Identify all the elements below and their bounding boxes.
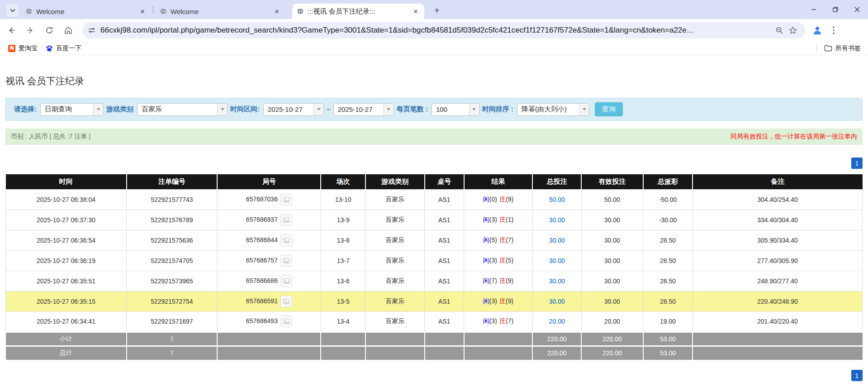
total-bet-link[interactable]: 20.00 [549,318,565,325]
video-replay-button[interactable] [280,214,292,226]
tab-close-icon[interactable]: ✕ [273,7,281,15]
tab-close-icon[interactable]: ✕ [138,7,147,15]
sum-label: 总计 [6,346,127,360]
table-row: 2025-10-27 06:34:41522921571697657686493… [6,311,863,332]
browser-tab-active[interactable]: :::视讯 会员下注纪录::: ✕ [292,4,424,19]
tab-close-icon[interactable]: ✕ [412,7,420,15]
sum-valid-bet: 220.00 [581,346,643,360]
tab-search-button[interactable] [6,4,19,17]
minimize-button[interactable] [803,0,825,19]
date-to-select[interactable]: 2025-10-27 [333,103,394,116]
total-bet-link[interactable]: 30.00 [549,277,565,285]
tab-title: Welcome [171,8,269,15]
col-header-result: 结果 [464,174,533,189]
result-player-label: 闲 [483,236,489,244]
total-bet-link[interactable]: 30.00 [549,257,565,264]
sum-empty [365,332,425,346]
total-bet-link[interactable]: 50.00 [549,196,565,203]
result-banker-score: (9) [506,277,513,284]
cell-round-id: 657686686 [217,271,321,291]
browser-menu-button[interactable] [827,23,840,38]
dropdown-arrow-icon[interactable] [93,104,103,115]
col-header-total-bet: 总投注 [532,174,581,189]
video-replay-button[interactable] [280,255,292,267]
time-sort-select[interactable]: 降幂(由大到小) [517,103,589,116]
zoom-button[interactable] [773,24,786,37]
all-bookmarks-button[interactable]: 所有书签 [824,44,861,53]
site-info-icon [88,26,96,34]
cell-valid-bet: 30.00 [581,210,643,230]
home-button[interactable] [61,23,76,38]
game-type-select[interactable]: 百家乐 [137,103,228,116]
total-bet-link[interactable]: 30.00 [549,237,565,244]
video-replay-button[interactable] [280,194,292,205]
cell-time: 2025-10-27 06:35:51 [6,271,127,291]
profile-button[interactable] [810,23,825,38]
new-tab-button[interactable]: + [431,4,443,17]
dropdown-arrow-icon[interactable] [217,104,227,115]
cell-table-no: AS1 [425,291,464,311]
total-bet-link[interactable]: 30.00 [549,298,565,305]
restore-button[interactable] [825,0,846,19]
back-button[interactable] [4,23,19,38]
pagination-page-1[interactable]: 1 [851,158,863,169]
close-window-button[interactable] [846,0,868,19]
bookmark-label: 百度一下 [56,44,81,53]
sum-total-bet: 220.00 [532,332,581,346]
result-player-score: (7) [489,277,497,284]
video-replay-button[interactable] [280,296,292,307]
reload-button[interactable] [42,23,57,38]
bookmarks-bar: 淘 爱淘宝 百度一下 所有书签 [0,42,868,55]
date-from-select[interactable]: 2025-10-27 [263,103,324,116]
result-player-score: (5) [489,236,497,244]
cell-valid-bet: 30.00 [581,250,643,271]
search-button[interactable]: 查询 [595,102,623,116]
browser-tab-1[interactable]: Welcome ✕ [21,4,151,19]
sum-empty [693,346,862,360]
browser-tab-2[interactable]: Welcome ✕ [155,4,285,19]
result-banker-score: (7) [506,236,513,244]
profile-avatar-icon [812,25,823,36]
browser-window: Welcome ✕ Welcome ✕ :::视讯 会员下注纪录::: ✕ + [0,0,868,387]
page-content: 视讯 会员下注纪录 请选择: 日期查询 游戏类别 百家乐 时间区间: 2025-… [0,56,868,387]
pagination-page-1[interactable]: 1 [851,370,863,381]
result-banker-score: (5) [506,257,513,264]
per-page-select[interactable]: 100 [432,103,479,116]
video-replay-button[interactable] [280,234,292,246]
game-type-value: 百家乐 [138,104,217,115]
video-icon [283,277,290,285]
bookmark-baidu[interactable]: 百度一下 [46,44,81,53]
sum-empty [464,346,533,360]
bookmark-aitaobao[interactable]: 淘 爱淘宝 [8,44,38,53]
video-replay-button[interactable] [280,275,292,287]
total-bet-link[interactable]: 30.00 [549,216,565,224]
cell-session: 13-6 [321,271,365,291]
sum-count: 7 [127,332,218,346]
bookmark-star-button[interactable] [786,24,800,37]
baidu-icon [46,45,53,52]
cell-result: 闲(5)庄(7) [464,230,533,250]
sum-empty [693,332,862,346]
dropdown-arrow-icon[interactable] [384,104,394,115]
bookmark-label: 所有书签 [835,44,861,53]
cell-time: 2025-10-27 06:35:15 [6,291,127,311]
video-replay-button[interactable] [280,315,292,327]
cell-note: 334.40/304.40 [693,210,862,230]
col-header-bet-id: 注单编号 [127,174,218,189]
dropdown-arrow-icon[interactable] [313,104,323,115]
cell-round-id: 657686844 [217,230,321,250]
dropdown-arrow-icon[interactable] [579,104,589,115]
address-bar[interactable]: 66cxkj98.com/ipl/portal.php/game/betreco… [82,22,805,38]
cell-table-no: AS1 [425,210,464,230]
globe-icon [160,8,167,15]
query-type-select[interactable]: 日期查询 [40,103,104,116]
cell-payout: 19.00 [643,311,693,332]
cell-time: 2025-10-27 06:37:30 [6,210,127,230]
cell-bet-id: 522921573965 [127,271,218,291]
cell-bet-id: 522921571697 [127,311,218,332]
round-id-text: 657686493 [246,317,278,325]
forward-button[interactable] [23,23,38,38]
result-player-label: 闲 [483,277,489,284]
sum-empty [464,332,533,346]
dropdown-arrow-icon[interactable] [469,104,479,115]
